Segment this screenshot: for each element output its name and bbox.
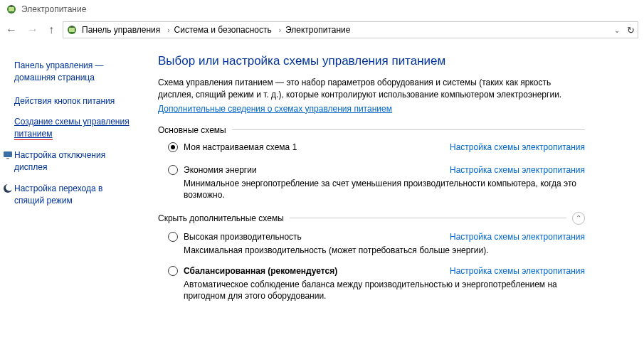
sidebar-link-display-off[interactable]: Настройка отключения дисплея — [14, 149, 131, 174]
nav-arrows: ← → ↑ — [6, 23, 54, 36]
main-content: Выбор или настройка схемы управления пит… — [137, 54, 613, 312]
forward-arrow-icon: → — [27, 23, 38, 36]
plan-description: Автоматическое соблюдение баланса между … — [184, 279, 585, 302]
plan-name[interactable]: Сбалансированная (рекомендуется) — [184, 266, 337, 276]
svg-rect-5 — [71, 26, 73, 28]
svg-rect-6 — [4, 151, 12, 157]
learn-more-link[interactable]: Дополнительные сведения о схемах управле… — [158, 104, 392, 114]
sidebar-link-create-plan[interactable]: Создание схемы управления питанием — [14, 116, 131, 141]
up-arrow-icon[interactable]: ↑ — [48, 23, 54, 36]
window-title: Электропитание — [21, 4, 86, 14]
radio-saver-plan[interactable] — [168, 165, 178, 175]
configure-plan-link[interactable]: Настройка схемы электропитания — [450, 142, 585, 152]
address-bar[interactable]: Панель управления › Система и безопаснос… — [63, 21, 638, 38]
breadcrumb-category[interactable]: Система и безопасность — [174, 25, 272, 35]
radio-custom-plan[interactable] — [168, 142, 178, 152]
chevron-down-icon[interactable]: ⌄ — [614, 26, 620, 34]
plan-description: Минимальное энергопотребление за счет ум… — [184, 178, 585, 201]
radio-balanced-plan[interactable] — [168, 266, 178, 276]
plan-balanced: Сбалансированная (рекомендуется) Настрой… — [168, 266, 585, 302]
svg-point-9 — [6, 183, 13, 191]
configure-plan-link[interactable]: Настройка схемы электропитания — [450, 232, 585, 242]
svg-rect-1 — [9, 7, 14, 11]
radio-high-perf-plan[interactable] — [168, 232, 178, 242]
plan-custom: Моя настраиваемая схема 1 Настройка схем… — [168, 142, 585, 152]
navbar: ← → ↑ Панель управления › Система и безо… — [0, 18, 644, 44]
svg-rect-4 — [69, 28, 75, 32]
titlebar: Электропитание — [0, 0, 644, 18]
moon-icon — [1, 183, 14, 193]
plan-description: Максимальная производительность (может п… — [184, 245, 585, 256]
sidebar-link-sleep[interactable]: Настройка перехода в спящий режим — [14, 183, 131, 208]
monitor-icon — [1, 150, 14, 160]
chevron-right-icon[interactable]: › — [167, 26, 169, 34]
sidebar-home-link[interactable]: Панель управления — домашняя страница — [14, 60, 131, 84]
svg-rect-7 — [6, 158, 9, 159]
breadcrumb-page[interactable]: Электропитание — [285, 25, 350, 35]
group-basic-plans: Основные схемы — [158, 125, 585, 135]
power-options-icon — [6, 4, 17, 15]
chevron-right-icon[interactable]: › — [279, 26, 281, 34]
intro-text: Схема управления питанием — это набор па… — [158, 77, 585, 101]
refresh-icon[interactable]: ↻ — [627, 25, 635, 36]
power-options-icon — [66, 24, 78, 36]
collapse-icon[interactable]: ⌃ — [572, 212, 585, 225]
back-arrow-icon[interactable]: ← — [6, 23, 17, 36]
configure-plan-link[interactable]: Настройка схемы электропитания — [450, 266, 585, 276]
plan-saver: Экономия энергии Настройка схемы электро… — [168, 165, 585, 201]
plan-name[interactable]: Моя настраиваемая схема 1 — [184, 142, 297, 152]
page-heading: Выбор или настройка схемы управления пит… — [158, 54, 585, 68]
plan-high-performance: Высокая производительность Настройка схе… — [168, 232, 585, 256]
group-extra-plans: Скрыть дополнительные схемы ⌃ — [158, 212, 585, 225]
svg-rect-2 — [11, 5, 12, 7]
plan-name[interactable]: Экономия энергии — [184, 165, 257, 175]
plan-name[interactable]: Высокая производительность — [184, 232, 302, 242]
breadcrumb-root[interactable]: Панель управления — [82, 25, 160, 35]
sidebar: Панель управления — домашняя страница Де… — [0, 54, 137, 312]
configure-plan-link[interactable]: Настройка схемы электропитания — [450, 165, 585, 175]
sidebar-link-power-buttons[interactable]: Действия кнопок питания — [14, 95, 131, 107]
